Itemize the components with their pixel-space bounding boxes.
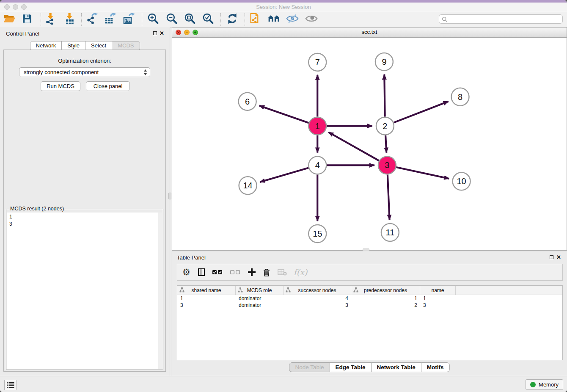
search-box[interactable] [439,14,563,24]
graph-edge-3-10[interactable] [396,167,449,179]
table-panel-close-icon[interactable]: ✕ [556,255,561,259]
table-panel: Table Panel ✕ ⚙ f(x) shared name MCDS ro… [172,252,567,376]
zoom-out-icon [166,13,178,26]
column-label: predecessor nodes [364,287,407,293]
network-canvas[interactable]: 7968124314101511 [172,38,567,250]
graph-node-label: 10 [457,177,466,186]
show-columns-icon[interactable] [198,268,205,276]
control-panel: Control Panel ✕ Network Style Select MCD… [0,27,170,376]
import-table-button[interactable] [63,13,77,26]
column-label: MCDS role [247,287,272,293]
main-toolbar [0,12,567,28]
column-label: successor nodes [298,287,336,293]
new-network-from-selection-button[interactable] [248,13,263,26]
houses-icon [267,14,281,25]
mcds-result-title: MCDS result (2 nodes) [9,206,65,212]
toolbar-separator [142,13,142,26]
zoom-selected-button[interactable] [201,13,215,26]
network-view-window: ✕ − + scc.txt 7968124314101511 [172,27,567,251]
table-settings-gear-icon[interactable]: ⚙ [182,268,190,276]
network-window-titlebar[interactable]: ✕ − + scc.txt [172,28,567,38]
export-network-icon [86,13,98,26]
column-header-mcds-role[interactable]: MCDS role [236,286,284,295]
graph-edge-2-3[interactable] [385,135,386,153]
graph-edge-4-14[interactable] [260,168,308,182]
create-column-plus-icon[interactable] [248,268,256,276]
table-cell: 3 [420,302,456,309]
import-network-icon [45,13,57,26]
zoom-in-button[interactable] [146,13,160,26]
control-panel-title: Control Panel [6,30,39,37]
save-session-button[interactable] [20,13,34,26]
graph-edge-2-8[interactable] [394,102,448,123]
tab-mcds[interactable]: MCDS [112,41,140,50]
graph-edge-1-6[interactable] [259,106,309,123]
memory-label: Memory [539,381,559,388]
graph-node-label: 1 [315,121,320,131]
tab-style[interactable]: Style [61,41,85,50]
hide-selected-button[interactable] [285,13,300,26]
eye-slash-icon [286,14,299,25]
application-window: Session: New Session [0,0,567,392]
panel-splitter-handle[interactable] [168,193,171,199]
control-panel-tabs: Network Style Select MCDS [30,41,140,50]
task-history-button[interactable] [4,380,17,390]
control-panel-close-icon[interactable]: ✕ [160,31,164,36]
column-header-successor-nodes[interactable]: successor nodes [284,286,351,295]
tab-edge-table[interactable]: Edge Table [330,362,372,372]
table-panel-float-icon[interactable] [550,255,553,259]
column-header-shared-name[interactable]: shared name [177,286,236,295]
first-neighbors-button[interactable] [267,13,281,26]
show-all-button[interactable] [304,13,319,26]
table-row[interactable]: 1dominator411 [177,295,562,302]
dropdown-selected-value: strongly connected component [24,68,99,77]
export-network-button[interactable] [85,13,99,26]
tab-motifs[interactable]: Motifs [421,362,450,372]
select-all-columns-icon[interactable] [212,270,223,275]
apply-layout-button[interactable] [225,13,239,26]
mcds-result-textarea[interactable]: 1 3 [7,213,162,369]
zoom-out-button[interactable] [165,13,179,26]
search-input[interactable] [449,15,561,24]
refresh-icon [226,13,238,26]
delete-table-icon-disabled [278,269,287,276]
table-cell: dominator [236,295,284,302]
import-table-icon [64,13,76,26]
network-graph[interactable]: 7968124314101511 [172,38,567,250]
optimization-criterion-dropdown[interactable]: strongly connected component [19,67,150,77]
graph-edge-3-1[interactable] [328,132,379,160]
toolbar-separator [41,13,41,26]
tab-network[interactable]: Network [30,41,62,50]
zoom-fit-button[interactable] [183,13,197,26]
close-panel-button[interactable]: Close panel [86,81,130,91]
tab-network-table[interactable]: Network Table [371,362,421,372]
graph-node-label: 14 [243,181,253,190]
horizontal-splitter-handle[interactable] [363,248,369,251]
export-table-button[interactable] [103,13,118,26]
memory-button[interactable]: Memory [526,379,563,390]
run-mcds-button[interactable]: Run MCDS [41,81,80,91]
table-cell: 1 [351,295,420,302]
table-row[interactable]: 3dominator323 [177,302,562,309]
delete-column-trash-icon[interactable] [263,268,270,276]
column-header-predecessor-nodes[interactable]: predecessor nodes [351,286,420,295]
deselect-all-columns-icon[interactable] [230,270,240,275]
tab-node-table[interactable]: Node Table [289,362,330,372]
zoom-fit-icon [184,13,196,26]
table-cell: 2 [351,302,420,309]
open-session-button[interactable] [2,13,17,26]
result-line: 1 [9,213,160,221]
open-folder-icon [3,14,15,25]
export-image-button[interactable] [122,13,136,26]
result-scrollbar[interactable] [158,213,162,369]
column-header-name[interactable]: name [420,286,456,295]
column-type-icon [238,287,243,294]
graph-edge-2-9[interactable] [384,75,385,117]
table-cell: 3 [177,302,236,309]
dropdown-stepper-icon [143,69,147,77]
tab-select[interactable]: Select [85,41,112,50]
optimization-criterion-label: Optimization criterion: [4,58,165,64]
graph-edge-3-11[interactable] [388,174,390,220]
control-panel-float-icon[interactable] [153,31,157,35]
import-network-button[interactable] [44,13,58,26]
